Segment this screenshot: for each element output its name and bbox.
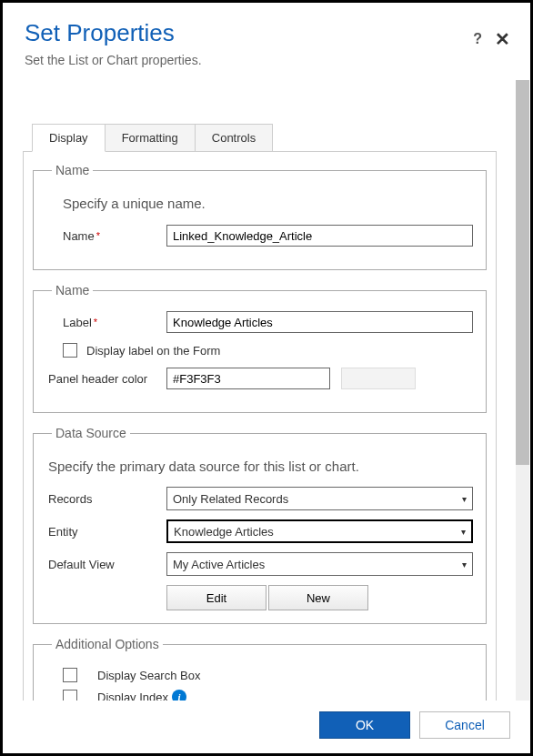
content-area: Display Formatting Controls Name Specify… [3, 80, 530, 701]
tab-formatting[interactable]: Formatting [105, 124, 196, 152]
display-index-label: Display Index [97, 690, 168, 701]
cancel-button[interactable]: Cancel [419, 711, 510, 739]
dialog-footer: OK Cancel [3, 701, 530, 753]
display-label-checkbox[interactable] [63, 343, 77, 358]
group-data-source: Data Source Specify the primary data sou… [33, 426, 487, 624]
default-view-select[interactable]: My Active Articles ▾ [166, 552, 473, 576]
tab-panel-display: Name Specify a unique name. Name* Name L… [23, 151, 497, 701]
required-asterisk: * [96, 230, 100, 241]
help-icon[interactable]: ? [473, 31, 482, 47]
records-label: Records [46, 492, 166, 506]
group-additional-legend: Additional Options [52, 637, 163, 651]
default-view-label: Default View [46, 558, 166, 571]
records-select[interactable]: Only Related Records ▾ [166, 487, 473, 510]
display-index-checkbox[interactable] [63, 690, 77, 701]
group-label: Name Label* Display label on the Form Pa… [33, 283, 487, 413]
name-input[interactable] [166, 225, 473, 247]
group-name: Name Specify a unique name. Name* [33, 163, 487, 270]
scrollbar-thumb[interactable] [516, 80, 529, 465]
label-input[interactable] [166, 311, 473, 333]
chevron-down-icon: ▾ [461, 527, 466, 537]
close-icon[interactable]: ✕ [495, 30, 510, 48]
panel-header-color-input[interactable] [166, 368, 330, 389]
entity-label: Entity [46, 525, 166, 539]
chevron-down-icon: ▾ [462, 559, 467, 570]
group-name-legend: Name [52, 163, 93, 177]
data-source-hint: Specify the primary data source for this… [48, 459, 473, 474]
group-data-source-legend: Data Source [52, 426, 130, 440]
group-label-legend: Name [52, 283, 93, 297]
dialog-subtitle: Set the List or Chart properties. [25, 53, 508, 67]
edit-button[interactable]: Edit [166, 585, 266, 610]
tab-controls[interactable]: Controls [195, 124, 273, 152]
entity-select[interactable]: Knowledge Articles ▾ [166, 519, 473, 543]
ok-button[interactable]: OK [319, 711, 410, 739]
color-swatch[interactable] [341, 368, 416, 389]
dialog-header: Set Properties Set the List or Chart pro… [3, 3, 530, 80]
dialog-title: Set Properties [25, 19, 508, 47]
chevron-down-icon: ▾ [462, 494, 467, 504]
dialog-window: Set Properties Set the List or Chart pro… [0, 0, 533, 756]
required-asterisk: * [94, 317, 97, 328]
display-search-box-label: Display Search Box [97, 669, 200, 682]
new-button[interactable]: New [268, 585, 368, 610]
tab-display[interactable]: Display [32, 124, 106, 152]
group-additional-options: Additional Options Display Search Box Di… [33, 637, 487, 701]
display-label-text: Display label on the Form [86, 344, 220, 358]
tab-strip: Display Formatting Controls [32, 124, 510, 152]
display-search-box-checkbox[interactable] [63, 668, 77, 682]
group-name-hint: Specify a unique name. [63, 196, 473, 211]
label-label: Label* [46, 316, 166, 329]
panel-header-color-label: Panel header color [46, 372, 166, 386]
info-icon[interactable]: i [172, 690, 186, 701]
name-label: Name* [46, 229, 166, 243]
header-icons: ? ✕ [473, 30, 510, 48]
